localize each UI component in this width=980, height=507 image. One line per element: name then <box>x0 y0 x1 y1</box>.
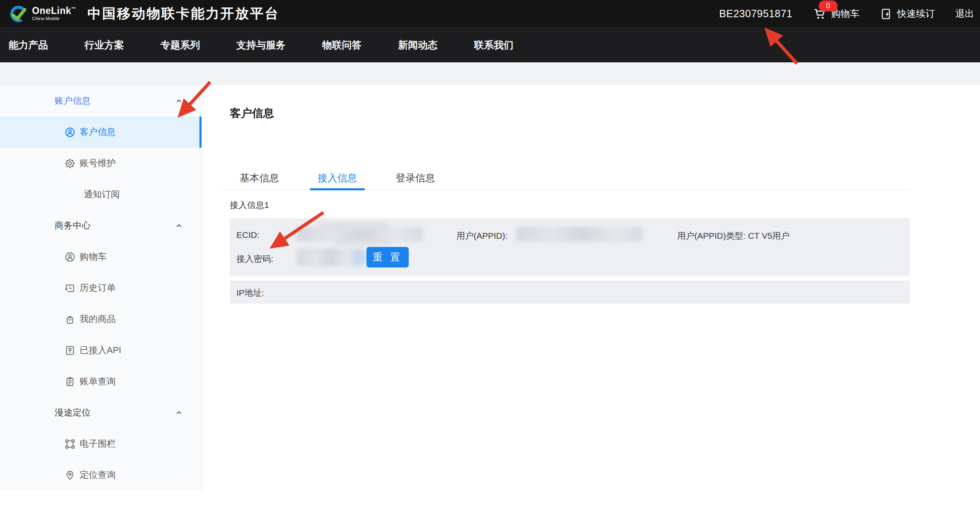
ip-address-panel: IP地址: <box>230 281 910 304</box>
sidebar-item-label: 历史订单 <box>80 282 116 294</box>
chevron-up-icon <box>174 408 183 417</box>
brand-subtitle: China Mobile <box>32 16 76 21</box>
nav-item-industry[interactable]: 行业方案 <box>85 39 124 52</box>
trademark-symbol: ™ <box>71 7 76 11</box>
onelink-logo-icon <box>9 5 28 23</box>
top-header: OneLink™ China Mobile 中国移动物联卡能力开放平台 BE23… <box>0 0 980 27</box>
chevron-up-icon <box>174 221 183 230</box>
page-title: 客户信息 <box>230 106 274 121</box>
quick-renew-icon <box>880 7 893 21</box>
nav-item-qa[interactable]: 物联问答 <box>322 39 362 52</box>
sidebar-item-label: 客户信息 <box>80 126 116 138</box>
sidebar-item-label: 通知订阅 <box>84 188 120 201</box>
api-key-icon <box>64 345 76 356</box>
location-pin-icon <box>64 470 76 481</box>
quick-renew-label: 快速续订 <box>897 7 935 20</box>
history-order-icon <box>64 283 76 294</box>
sidebar-item-label: 账号维护 <box>80 157 116 169</box>
sidebar-item-label: 我的商品 <box>80 313 116 325</box>
sidebar-group-mantu-location[interactable]: 漫途定位 <box>0 397 201 428</box>
gear-icon <box>64 158 76 169</box>
user-circle-icon <box>64 251 76 263</box>
ip-address-label: IP地址: <box>236 287 264 299</box>
appid-type-label: 用户(APPID)类型: CT V5用户 <box>677 230 790 242</box>
user-circle-icon <box>64 127 76 138</box>
nav-item-news[interactable]: 新闻动态 <box>398 39 437 52</box>
sidebar-item-label: 定位查询 <box>80 469 116 481</box>
access-info-section-label: 接入信息1 <box>230 199 269 211</box>
password-blur-cap <box>352 249 367 265</box>
cart-button[interactable]: 0 购物车 <box>813 7 859 21</box>
appid-type-label-text: 用户(APPID)类型: <box>677 231 746 240</box>
ecid-label: ECID: <box>236 230 259 240</box>
sidebar-group-label: 漫途定位 <box>0 407 91 419</box>
cart-count-badge: 0 <box>819 0 838 11</box>
sidebar-item-label: 已接入API <box>80 344 121 356</box>
nav-item-contact[interactable]: 联系我们 <box>474 39 513 52</box>
nav-item-topics[interactable]: 专题系列 <box>160 39 200 52</box>
appid-value-redacted <box>516 227 643 242</box>
sidebar-group-label: 账户信息 <box>0 95 91 107</box>
tab-access-info[interactable]: 接入信息 <box>298 166 376 190</box>
sidebar: 账户信息 客户信息 账号维护 通知订阅 商务中心 <box>0 85 202 491</box>
sidebar-group-business-center[interactable]: 商务中心 <box>0 210 201 241</box>
bill-icon <box>64 376 76 387</box>
sidebar-item-label: 购物车 <box>80 251 107 263</box>
access-password-label: 接入密码: <box>236 253 273 265</box>
sidebar-item-cart[interactable]: 购物车 <box>0 241 201 272</box>
sidebar-item-customer-info[interactable]: 客户信息 <box>0 116 201 148</box>
nav-item-support[interactable]: 支持与服务 <box>236 39 286 52</box>
sidebar-item-geo-fence[interactable]: 电子围栏 <box>0 428 201 459</box>
fence-icon <box>64 438 76 450</box>
shopping-bag-icon <box>64 314 76 325</box>
tab-basic-info[interactable]: 基本信息 <box>220 166 298 190</box>
tab-login-info[interactable]: 登录信息 <box>376 166 454 190</box>
chevron-up-icon <box>174 96 183 105</box>
ecid-value-redacted <box>297 227 423 242</box>
account-id[interactable]: BE2307951871 <box>719 8 792 20</box>
primary-nav: 能力产品 行业方案 专题系列 支持与服务 物联问答 新闻动态 联系我们 <box>0 27 980 62</box>
sidebar-item-account-maintenance[interactable]: 账号维护 <box>0 148 201 179</box>
logout-button[interactable]: 退出 <box>955 7 974 20</box>
sidebar-item-label: 电子围栏 <box>80 438 116 450</box>
sidebar-item-bill-query[interactable]: 账单查询 <box>0 366 201 397</box>
access-password-redacted <box>297 248 362 266</box>
nav-item-products[interactable]: 能力产品 <box>9 39 48 52</box>
header-right: BE2307951871 0 购物车 快速续订 退出 <box>719 7 974 21</box>
site-title: 中国移动物联卡能力开放平台 <box>87 5 279 23</box>
sidebar-item-my-products[interactable]: 我的商品 <box>0 304 201 335</box>
appid-type-value: CT V5用户 <box>748 231 790 240</box>
brand-name: OneLink <box>32 5 71 16</box>
sidebar-item-connected-api[interactable]: 已接入API <box>0 335 201 366</box>
appid-label: 用户(APPID): <box>456 230 508 242</box>
sidebar-group-label: 商务中心 <box>0 219 91 232</box>
sidebar-item-label: 账单查询 <box>80 375 116 388</box>
access-info-panel: ECID: 用户(APPID): 用户(APPID)类型: CT V5用户 接入… <box>230 218 910 276</box>
sidebar-item-order-history[interactable]: 历史订单 <box>0 272 201 304</box>
sidebar-item-notification-subscribe[interactable]: 通知订阅 <box>0 179 201 210</box>
brand-block: OneLink™ China Mobile <box>32 6 76 21</box>
page-background-band <box>0 62 980 85</box>
reset-password-button[interactable]: 重 置 <box>366 247 409 267</box>
quick-renew-button[interactable]: 快速续订 <box>880 7 935 21</box>
sidebar-group-account[interactable]: 账户信息 <box>0 85 201 116</box>
tab-bar: 基本信息 接入信息 登录信息 <box>220 166 910 190</box>
sidebar-item-location-query[interactable]: 定位查询 <box>0 459 201 491</box>
